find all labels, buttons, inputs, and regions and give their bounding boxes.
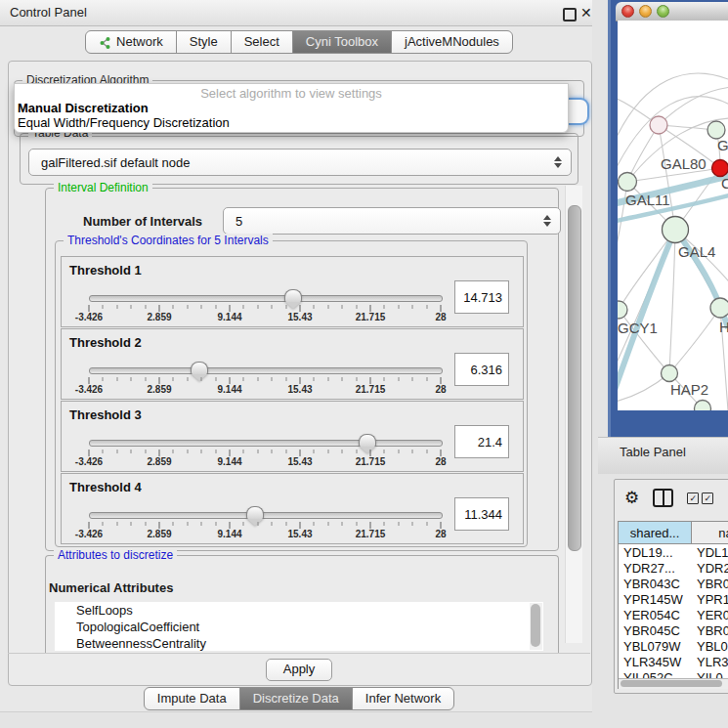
slider-tick-labels: -3.4262.8599.14415.4321.71528 bbox=[89, 384, 441, 396]
table-horizontal-scrollbar[interactable] bbox=[619, 678, 728, 689]
slider-thumb[interactable] bbox=[284, 289, 302, 302]
network-canvas[interactable]: GAL80 GA C GAL11 GAL4 GCY1 H HAP2 bbox=[618, 21, 728, 410]
stepper-arrows-icon bbox=[554, 156, 562, 168]
algorithm-combo[interactable] bbox=[569, 98, 589, 125]
table-cell: YDR27... bbox=[619, 561, 692, 577]
close-icon[interactable]: ✕ bbox=[580, 4, 592, 21]
tab-discretize-data[interactable]: Discretize Data bbox=[239, 687, 353, 710]
tab-cyni-toolbox[interactable]: Cyni Toolbox bbox=[292, 30, 392, 54]
minimize-traffic-light-icon[interactable] bbox=[639, 5, 652, 18]
threshold-label: Threshold 4 bbox=[69, 480, 142, 494]
group-title: Threshold's Coordinates for 5 Intervals bbox=[64, 234, 273, 247]
threshold-1-value-field[interactable] bbox=[454, 280, 509, 314]
table-row[interactable]: YDL19...YDL1 bbox=[619, 545, 728, 561]
slider-thumb[interactable] bbox=[246, 506, 264, 519]
table-row[interactable]: YBR043CYBR0 bbox=[619, 577, 728, 592]
node-h[interactable] bbox=[710, 298, 728, 318]
threshold-label: Threshold 2 bbox=[69, 335, 142, 350]
node-label: GAL80 bbox=[661, 155, 707, 172]
num-intervals-label: Number of Intervals bbox=[83, 214, 202, 229]
node-gal4[interactable] bbox=[663, 217, 689, 243]
table-cell: YDL19... bbox=[619, 545, 692, 561]
table-row[interactable]: YBR045CYBR0 bbox=[619, 623, 728, 639]
tab-infer-network[interactable]: Infer Network bbox=[352, 687, 454, 710]
table-cell: YER054C bbox=[619, 608, 692, 623]
table-cell: YER0 bbox=[692, 608, 728, 623]
table-cell: YBL079W bbox=[619, 639, 692, 655]
threshold-4-slider[interactable] bbox=[89, 512, 443, 519]
checkbox-icon[interactable]: ✓ bbox=[702, 492, 713, 504]
group-title: Attributes to discretize bbox=[54, 548, 177, 562]
threshold-1-box: Threshold 1 -3.4262.8599.14415.4321.7152… bbox=[61, 256, 524, 327]
threshold-4-value-field[interactable] bbox=[454, 497, 509, 531]
tab-style[interactable]: Style bbox=[176, 30, 232, 54]
table-cell: YPR1 bbox=[692, 592, 728, 608]
app-root: Control Panel ✕ Network Style Select Cyn… bbox=[0, 0, 728, 728]
column-header-shared[interactable]: shared... bbox=[619, 522, 692, 544]
threshold-3-slider[interactable] bbox=[89, 440, 443, 447]
threshold-4-box: Threshold 4 -3.4262.8599.14415.4321.7152… bbox=[61, 473, 524, 544]
node-gal80[interactable] bbox=[650, 116, 667, 134]
network-icon bbox=[99, 36, 111, 49]
table-row[interactable]: YPR145WYPR1 bbox=[619, 592, 728, 608]
node-gal11[interactable] bbox=[619, 173, 637, 192]
top-tabbar: Network Style Select Cyni Toolbox jActiv… bbox=[0, 30, 598, 54]
table-rows: YDL19...YDL1YDR27...YDR2YBR043CYBR0YPR14… bbox=[619, 545, 728, 679]
node-label: GCY1 bbox=[618, 320, 658, 336]
node-selected-red[interactable] bbox=[712, 160, 728, 177]
threshold-2-value-field[interactable] bbox=[454, 353, 509, 386]
table-cell: YBR0 bbox=[692, 623, 728, 639]
scrollbar-thumb[interactable] bbox=[531, 604, 540, 647]
control-panel-titlebar: Control Panel ✕ bbox=[0, 0, 598, 26]
float-window-icon[interactable] bbox=[563, 8, 577, 21]
table-cell: YLR3 bbox=[692, 655, 728, 670]
table-row[interactable]: YBL079WYBL0 bbox=[619, 639, 728, 655]
threshold-label: Threshold 1 bbox=[69, 263, 142, 278]
node-label: H bbox=[719, 319, 728, 335]
attributes-list-scrollbar[interactable] bbox=[530, 603, 542, 650]
algorithm-popup: Select algorithm to view settings Manual… bbox=[14, 83, 569, 133]
node-hap2[interactable] bbox=[662, 365, 678, 382]
group-title: Interval Definition bbox=[54, 181, 152, 194]
apply-button[interactable]: Apply bbox=[266, 659, 332, 681]
table-data-combo[interactable]: galFiltered.sif default node bbox=[28, 149, 572, 176]
split-panel-icon[interactable] bbox=[653, 489, 673, 507]
numerical-attributes-list: SelfLoopsTopologicalCoefficientBetweenne… bbox=[55, 602, 543, 651]
table-row[interactable]: YDR27...YDR2 bbox=[619, 561, 728, 577]
table-cell: YDL1 bbox=[692, 545, 728, 561]
table-row[interactable]: YLR345WYLR3 bbox=[619, 655, 728, 670]
node-bottom[interactable] bbox=[695, 401, 711, 411]
threshold-label: Threshold 3 bbox=[69, 407, 142, 422]
scrollbar-thumb[interactable] bbox=[621, 680, 722, 687]
table-row[interactable]: YER054CYER0 bbox=[619, 608, 728, 623]
threshold-1-slider[interactable] bbox=[89, 295, 443, 302]
gear-icon[interactable]: ⚙ bbox=[624, 490, 639, 506]
combo-value: 5 bbox=[236, 214, 242, 229]
tab-select[interactable]: Select bbox=[231, 30, 293, 54]
tab-network[interactable]: Network bbox=[85, 30, 177, 54]
scrollbar-thumb[interactable] bbox=[568, 205, 581, 551]
attribute-list-item[interactable]: SelfLoops bbox=[55, 602, 543, 619]
num-intervals-combo[interactable]: 5 bbox=[223, 207, 561, 235]
close-traffic-light-icon[interactable] bbox=[621, 5, 634, 18]
zoom-traffic-light-icon[interactable] bbox=[657, 5, 669, 18]
popup-item-equal-width-frequency[interactable]: Equal Width/Frequency Discretization bbox=[18, 115, 230, 130]
popup-item-manual-discretization[interactable]: Manual Discretization bbox=[18, 101, 149, 115]
tab-impute-data[interactable]: Impute Data bbox=[144, 687, 240, 710]
attribute-list-item[interactable]: BetweennessCentrality bbox=[55, 635, 543, 651]
table-panel-title: Table Panel bbox=[620, 445, 686, 459]
column-header-name[interactable]: na bbox=[692, 522, 728, 544]
threshold-2-slider[interactable] bbox=[89, 367, 443, 374]
node-gcy1[interactable] bbox=[618, 301, 627, 319]
slider-thumb[interactable] bbox=[359, 434, 376, 447]
slider-ticks bbox=[89, 449, 441, 456]
table-cell: YBR043C bbox=[619, 577, 692, 592]
attribute-list-item[interactable]: TopologicalCoefficient bbox=[55, 619, 543, 635]
checkbox-icon[interactable]: ✓ bbox=[687, 492, 699, 504]
popup-hint: Select algorithm to view settings bbox=[15, 86, 568, 101]
content-vertical-scrollbar[interactable] bbox=[565, 186, 582, 643]
network-window-titlebar[interactable] bbox=[616, 2, 728, 21]
threshold-3-value-field[interactable] bbox=[454, 425, 509, 458]
tab-jactivemnodules[interactable]: jActiveMNodules bbox=[391, 30, 513, 54]
slider-thumb[interactable] bbox=[191, 362, 208, 374]
